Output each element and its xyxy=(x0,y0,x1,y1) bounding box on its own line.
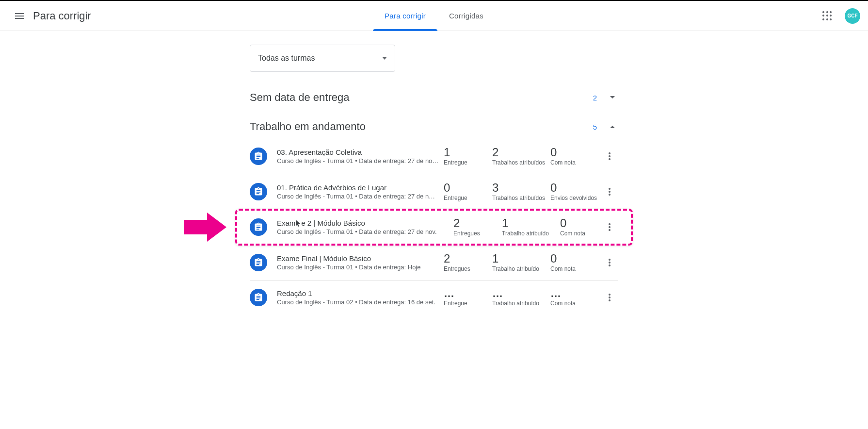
stat-assigned-count: 1 xyxy=(492,253,498,264)
tab-to-review[interactable]: Para corrigir xyxy=(373,1,437,31)
more-vert-icon xyxy=(609,294,611,301)
more-options-button[interactable] xyxy=(601,183,618,200)
stat-turned-in-label: Entregue xyxy=(444,195,467,201)
stat-turned-in-count: 0 xyxy=(444,182,450,194)
assignment-title: Redação 1 xyxy=(277,289,444,297)
more-vert-icon xyxy=(609,223,611,231)
assignment-icon xyxy=(250,289,267,306)
svg-point-7 xyxy=(609,226,611,228)
chevron-down-icon xyxy=(382,57,387,60)
assignment-row[interactable]: Exame Final | Módulo Básico Curso de Ing… xyxy=(250,245,618,280)
work-list: 03. Apresentação Coletiva Curso de Inglê… xyxy=(250,139,618,314)
topbar-right: GCF xyxy=(818,6,860,26)
more-vert-icon xyxy=(609,152,611,160)
assignment-subtitle: Curso de Inglês - Turma 01 • Data de ent… xyxy=(277,264,444,271)
more-options-button[interactable] xyxy=(601,289,618,306)
stat-turned-in-label: Entregues xyxy=(453,230,480,237)
stat-returned-label: Envios devolvidos xyxy=(550,195,597,201)
page-title: Para corrigir xyxy=(33,10,91,22)
assignment-row-highlighted[interactable]: Exame 2 | Módulo Básico Curso de Inglês … xyxy=(250,209,618,245)
svg-point-14 xyxy=(609,299,611,301)
assignment-subtitle: Curso de Inglês - Turma 02 • Data de ent… xyxy=(277,298,444,306)
assignment-icon xyxy=(250,148,267,165)
stat-turned-in-count: 2 xyxy=(444,253,450,264)
assignment-icon xyxy=(250,218,267,236)
assignment-icon xyxy=(250,254,267,271)
tabs: Para corrigir Corrigidas xyxy=(373,1,495,31)
menu-icon xyxy=(14,10,25,22)
more-options-button[interactable] xyxy=(601,218,618,236)
stat-turned-in-count: 2 xyxy=(453,217,460,229)
stat-assigned-count: 2 xyxy=(492,147,498,158)
assignment-row[interactable]: 03. Apresentação Coletiva Curso de Inglê… xyxy=(250,139,618,174)
arrow-annotation xyxy=(184,213,226,242)
svg-point-0 xyxy=(609,152,611,154)
assignment-title: Exame 2 | Módulo Básico xyxy=(277,219,444,227)
apps-icon xyxy=(822,11,832,21)
stat-graded-label: Com nota xyxy=(560,230,585,237)
assignment-icon xyxy=(250,183,267,200)
stat-turned-in-count: 1 xyxy=(444,147,450,158)
stat-assigned-count: 3 xyxy=(492,182,498,194)
stat-returned-count: 0 xyxy=(550,182,557,194)
section-in-progress[interactable]: Trabalho em andamento 5 xyxy=(250,116,618,137)
stat-assigned-label: Trabalhos atribuídos xyxy=(492,195,545,201)
section-title: Sem data de entrega xyxy=(250,91,349,104)
more-options-button[interactable] xyxy=(601,254,618,271)
assignment-subtitle: Curso de Inglês - Turma 01 • Data de ent… xyxy=(277,193,444,200)
stat-graded-count: 0 xyxy=(560,217,566,229)
svg-point-5 xyxy=(609,194,611,196)
assignment-title: 03. Apresentação Coletiva xyxy=(277,148,444,156)
stat-assigned-label: Trabalho atribuído xyxy=(492,265,539,272)
stat-turned-in-label: Entregues xyxy=(444,265,470,272)
section-count: 5 xyxy=(593,123,597,131)
expand-toggle[interactable] xyxy=(607,92,618,103)
assignment-row[interactable]: Redação 1 Curso de Inglês - Turma 02 • D… xyxy=(250,280,618,314)
stat-turned-in-label: Entregue xyxy=(444,300,467,307)
svg-point-3 xyxy=(609,188,611,190)
svg-point-9 xyxy=(609,259,611,261)
class-filter-dropdown[interactable]: Todas as turmas xyxy=(250,45,395,72)
svg-point-13 xyxy=(609,297,611,298)
svg-point-12 xyxy=(609,294,611,296)
class-filter-label: Todas as turmas xyxy=(258,54,315,63)
stat-graded-count: 0 xyxy=(550,147,557,158)
svg-point-2 xyxy=(609,158,611,160)
svg-point-1 xyxy=(609,155,611,157)
more-vert-icon xyxy=(609,259,611,266)
chevron-down-icon xyxy=(610,96,615,99)
svg-point-6 xyxy=(609,223,611,225)
stat-graded-label: Com nota xyxy=(550,159,576,166)
stat-assigned-count: 1 xyxy=(502,217,508,229)
main-menu-button[interactable] xyxy=(8,4,31,28)
stat-graded-count: … xyxy=(550,288,562,299)
collapse-toggle[interactable] xyxy=(607,121,618,132)
stat-graded-label: Com nota xyxy=(550,300,576,307)
assignment-row[interactable]: 01. Prática de Advérbios de Lugar Curso … xyxy=(250,174,618,209)
chevron-up-icon xyxy=(610,125,615,129)
svg-point-8 xyxy=(609,229,611,231)
content: Todas as turmas Sem data de entrega 2 Tr… xyxy=(250,45,618,314)
assignment-title: Exame Final | Módulo Básico xyxy=(277,254,444,263)
svg-point-10 xyxy=(609,262,611,264)
stat-graded-label: Com nota xyxy=(550,265,576,272)
cursor-icon xyxy=(295,219,301,227)
account-avatar[interactable]: GCF xyxy=(845,8,860,24)
assignment-subtitle: Curso de Inglês - Turma 01 • Data de ent… xyxy=(277,228,444,235)
section-title: Trabalho em andamento xyxy=(250,120,366,133)
section-no-due-date[interactable]: Sem data de entrega 2 xyxy=(250,87,618,108)
stat-turned-in-label: Entregue xyxy=(444,159,467,166)
stat-assigned-label: Trabalho atribuído xyxy=(502,230,549,237)
tab-reviewed[interactable]: Corrigidas xyxy=(437,1,495,31)
stat-assigned-count: … xyxy=(492,288,503,299)
stat-assigned-label: Trabalho atribuído xyxy=(492,300,539,307)
section-count: 2 xyxy=(593,94,597,102)
more-options-button[interactable] xyxy=(601,148,618,165)
svg-point-11 xyxy=(609,264,611,266)
assignment-subtitle: Curso de Inglês - Turma 01 • Data de ent… xyxy=(277,157,444,165)
assignment-title: 01. Prática de Advérbios de Lugar xyxy=(277,183,444,192)
stat-assigned-label: Trabalhos atribuídos xyxy=(492,159,545,166)
svg-point-4 xyxy=(609,191,611,193)
more-vert-icon xyxy=(609,188,611,196)
google-apps-button[interactable] xyxy=(818,6,837,26)
